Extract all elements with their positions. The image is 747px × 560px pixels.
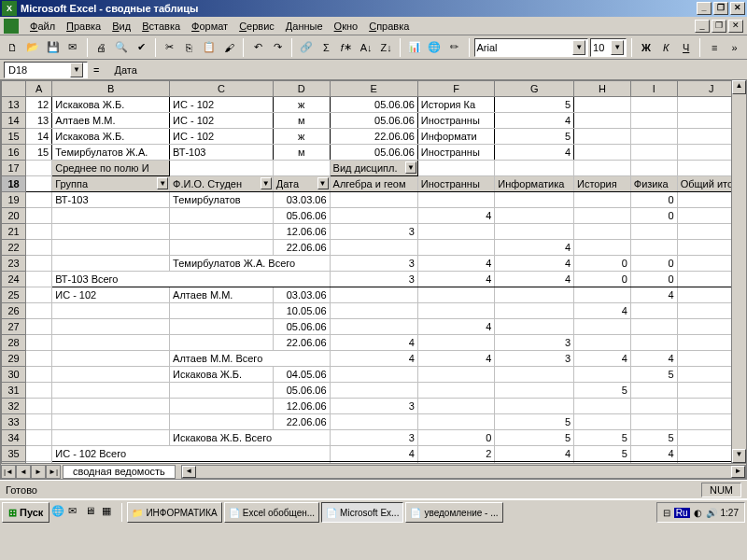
taskbar-item[interactable]: 📄уведомление - ...	[405, 502, 502, 523]
row-header[interactable]: 32	[2, 399, 26, 414]
open-button[interactable]: 📂	[23, 37, 41, 58]
pivot-col-field[interactable]: Вид дисципл.▼	[330, 161, 417, 176]
undo-button[interactable]: ↶	[248, 37, 266, 58]
function-button[interactable]: f∗	[337, 37, 355, 58]
paste-button[interactable]: 📋	[201, 37, 218, 58]
row-header[interactable]: 18	[2, 176, 26, 192]
bold-button[interactable]: Ж	[637, 37, 655, 58]
lang-indicator[interactable]: Ru	[674, 508, 690, 518]
font-combo[interactable]: Arial ▼	[474, 38, 589, 57]
name-box[interactable]: D18 ▼	[4, 62, 88, 78]
mdi-minimize-button[interactable]: _	[695, 20, 710, 33]
tab-next-button[interactable]: ►	[31, 465, 46, 479]
drawing-button[interactable]: ✏	[445, 37, 463, 58]
col-header[interactable]: D	[273, 81, 330, 97]
col-header[interactable]: C	[170, 81, 274, 97]
scroll-up-button[interactable]: ▲	[732, 80, 746, 94]
tray-icon[interactable]: ◐	[694, 508, 702, 518]
row-header[interactable]: 23	[2, 256, 26, 272]
hyperlink-button[interactable]: 🔗	[297, 37, 315, 58]
formula-text[interactable]: Дата	[105, 64, 136, 76]
pivot-row-field[interactable]: Дата▼	[273, 176, 330, 192]
worksheet[interactable]: ABCDEFGHIJ1312Искакова Ж.Б.ИС - 102ж05.0…	[0, 80, 747, 480]
menu-вид[interactable]: Вид	[106, 19, 136, 34]
row-header[interactable]: 35	[2, 446, 26, 462]
taskbar-item[interactable]: 📁ИНФОРМАТИКА	[127, 502, 221, 523]
mdi-close-button[interactable]: ✕	[728, 20, 743, 33]
chart-button[interactable]: 📊	[405, 37, 423, 58]
autosum-button[interactable]: Σ	[317, 37, 335, 58]
row-header[interactable]: 31	[2, 383, 26, 399]
col-header[interactable]: A	[26, 81, 52, 97]
close-button[interactable]: ✕	[730, 2, 745, 15]
minimize-button[interactable]: _	[697, 2, 712, 15]
tray-icon[interactable]: 🔊	[706, 508, 717, 518]
email-button[interactable]: ✉	[63, 37, 81, 58]
row-header[interactable]: 26	[2, 303, 26, 319]
font-size-combo[interactable]: 10 ▼	[590, 38, 627, 57]
print-button[interactable]: 🖨	[92, 37, 110, 58]
row-header[interactable]: 25	[2, 287, 26, 303]
menu-вставка[interactable]: Вставка	[136, 19, 186, 34]
sheet-tab[interactable]: сводная ведомость	[63, 465, 176, 479]
row-header[interactable]: 21	[2, 224, 26, 240]
more-button[interactable]: »	[726, 37, 743, 58]
col-header[interactable]: G	[495, 81, 574, 97]
row-header[interactable]: 16	[2, 145, 26, 161]
row-header[interactable]: 33	[2, 414, 26, 430]
menu-справка[interactable]: Справка	[363, 19, 415, 34]
redo-button[interactable]: ↷	[269, 37, 287, 58]
menu-формат[interactable]: Формат	[186, 19, 233, 34]
row-header[interactable]: 20	[2, 208, 26, 224]
ie-icon[interactable]: 🌐	[51, 505, 66, 520]
sort-desc-button[interactable]: Z↓	[377, 37, 395, 58]
row-header[interactable]: 30	[2, 367, 26, 383]
row-header[interactable]: 19	[2, 192, 26, 208]
menu-окно[interactable]: Окно	[329, 19, 364, 34]
menu-данные[interactable]: Данные	[280, 19, 329, 34]
desktop-icon[interactable]: 🖥	[85, 505, 100, 520]
col-header[interactable]: E	[330, 81, 417, 97]
menu-сервис[interactable]: Сервис	[233, 19, 280, 34]
row-header[interactable]: 29	[2, 351, 26, 367]
spelling-button[interactable]: ✔	[132, 37, 149, 58]
save-button[interactable]: 💾	[44, 37, 62, 58]
tab-prev-button[interactable]: ◄	[16, 465, 31, 479]
col-header[interactable]: H	[574, 81, 631, 97]
format-painter-button[interactable]: 🖌	[220, 37, 238, 58]
quicklaunch-icon[interactable]: ▦	[102, 505, 117, 520]
preview-button[interactable]: 🔍	[112, 37, 130, 58]
scroll-left-button[interactable]: ◄	[182, 466, 196, 478]
vertical-scrollbar[interactable]: ▲ ▼	[731, 80, 746, 463]
outlook-icon[interactable]: ✉	[68, 505, 83, 520]
menu-правка[interactable]: Правка	[61, 19, 106, 34]
tray-icon[interactable]: ⊟	[663, 508, 670, 518]
row-header[interactable]: 15	[2, 129, 26, 145]
pivot-row-field[interactable]: Ф.И.О. Студен▼	[170, 176, 274, 192]
row-header[interactable]: 27	[2, 319, 26, 335]
col-header[interactable]: B	[52, 81, 170, 97]
new-button[interactable]: 🗋	[4, 37, 21, 58]
row-header[interactable]: 28	[2, 335, 26, 351]
row-header[interactable]: 24	[2, 272, 26, 287]
copy-button[interactable]: ⎘	[180, 37, 198, 58]
start-button[interactable]: ⊞Пуск	[2, 502, 49, 523]
scroll-down-button[interactable]: ▼	[732, 449, 746, 463]
row-header[interactable]: 13	[2, 97, 26, 113]
clock[interactable]: 1:27	[721, 508, 739, 518]
taskbar-item[interactable]: 📄Microsoft Ex...	[321, 502, 403, 523]
italic-button[interactable]: К	[657, 37, 675, 58]
underline-button[interactable]: Ч	[677, 37, 695, 58]
horizontal-scrollbar[interactable]: ◄ ►	[181, 465, 746, 479]
row-header[interactable]: 14	[2, 113, 26, 129]
row-header[interactable]: 34	[2, 430, 26, 446]
mdi-restore-button[interactable]: ❐	[712, 20, 726, 33]
tab-first-button[interactable]: |◄	[1, 465, 16, 479]
col-header[interactable]: F	[417, 81, 494, 97]
menu-файл[interactable]: Файл	[24, 19, 61, 34]
taskbar-item[interactable]: 📄Excel обобщен...	[224, 502, 319, 523]
select-all[interactable]	[2, 81, 26, 97]
align-left-button[interactable]: ≡	[705, 37, 723, 58]
map-button[interactable]: 🌐	[426, 37, 444, 58]
pivot-row-field[interactable]: Группа▼	[52, 176, 170, 192]
